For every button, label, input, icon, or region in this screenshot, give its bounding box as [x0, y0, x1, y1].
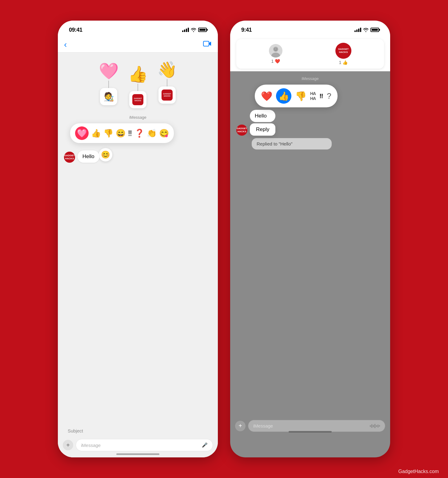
- svg-point-5: [276, 49, 277, 50]
- right-phone: 9:41: [230, 21, 390, 457]
- outer-container: 09:41: [6, 6, 442, 472]
- subject-input[interactable]: Subject: [63, 425, 213, 436]
- right-hello-bubble: Hello: [250, 110, 275, 122]
- wifi-icon: [191, 28, 196, 32]
- tapback-heart[interactable]: 🩷: [75, 126, 89, 140]
- wave-sticker: 👋 GADGETHACKS: [157, 60, 177, 108]
- tapback-container-right: ❤️ 👍 👎 HAHA ‼ ?: [230, 83, 390, 110]
- message-input-row-left: + iMessage 🎤: [63, 439, 213, 451]
- heart-count: 1 ❤️: [271, 59, 280, 64]
- right-input-area: + iMessage: [230, 420, 390, 432]
- tapback-haha[interactable]: 😄: [116, 129, 126, 138]
- mic-icon-left: 🎤: [202, 442, 208, 448]
- right-tapback-exclaim[interactable]: ‼: [319, 93, 323, 100]
- right-imessage-label: iMessage: [230, 71, 390, 83]
- svg-point-4: [274, 49, 275, 50]
- smiley-reaction: 😊: [99, 148, 112, 161]
- reaction-info-section: 1 ❤️ GADGETHACKS 1 👍: [230, 37, 390, 71]
- message-input-row-right: + iMessage: [235, 420, 385, 432]
- left-phone: 09:41: [58, 21, 218, 457]
- right-battery-icon: [370, 28, 379, 32]
- tapback-container-left: 🩷 👍 👎 😄 ‼️ ❓ 👏 😋: [58, 122, 218, 145]
- left-message-area: GADGETHACKS Hello 😊: [58, 145, 218, 166]
- right-tapback-thumbsup-active[interactable]: 👍: [276, 88, 291, 104]
- left-message-row: GADGETHACKS Hello 😊: [64, 148, 212, 163]
- right-message-area: GADGETHACKS Hello Reply: [230, 110, 390, 149]
- plus-button-left[interactable]: +: [63, 440, 73, 450]
- right-tapback-heart[interactable]: ❤️: [261, 91, 272, 102]
- plus-button-right[interactable]: +: [235, 421, 246, 431]
- thumbsup-sticker: 👍 GADGETHACKS: [128, 65, 148, 108]
- thumbsup-reaction-item: GADGETHACKS 1 👍: [335, 43, 351, 65]
- right-tapback-question[interactable]: ?: [327, 91, 331, 101]
- svg-rect-0: [203, 41, 209, 46]
- reaction-info-bar: 1 ❤️ GADGETHACKS 1 👍: [236, 39, 384, 69]
- tapback-thumbsup[interactable]: 👍: [91, 129, 101, 138]
- tapback-clap[interactable]: 👏: [147, 129, 157, 138]
- back-button[interactable]: ‹: [64, 40, 67, 50]
- right-status-bar: 9:41: [230, 21, 390, 37]
- tapback-yum[interactable]: 😋: [159, 129, 169, 138]
- right-tapback-thumbsdown[interactable]: 👎: [295, 91, 306, 102]
- replied-message: Replied to "Hello": [252, 138, 332, 149]
- right-tapback-haha[interactable]: HAHA: [310, 91, 316, 101]
- right-home-indicator: [289, 431, 332, 432]
- imessage-input-right[interactable]: iMessage: [248, 420, 385, 432]
- replied-message-container: Replied to "Hello": [252, 138, 384, 149]
- person-avatar: [269, 44, 282, 58]
- left-status-icons: [182, 28, 207, 32]
- left-chat-content: 🩷 🧑‍🎨 👍 GADGETHACKS 👋: [58, 53, 218, 457]
- heart-reaction-item: 1 ❤️: [269, 44, 282, 64]
- left-status-time: 09:41: [69, 27, 82, 33]
- left-imessage-label: iMessage: [58, 111, 218, 122]
- waveform-icon: [370, 424, 380, 428]
- reply-tooltip[interactable]: Reply: [250, 123, 275, 136]
- right-status-icons: [354, 28, 379, 32]
- watermark: GadgetHacks.com: [398, 469, 439, 474]
- hello-bubble: Hello: [78, 150, 99, 163]
- right-chat-body: iMessage ❤️ 👍 👎 HAHA ‼ ?: [230, 71, 390, 435]
- tapback-thumbsdown[interactable]: 👎: [103, 129, 113, 138]
- gadgethacks-logo-sticker2: GADGETHACKS: [162, 90, 173, 101]
- right-message-row: GADGETHACKS Hello Reply: [236, 110, 384, 136]
- left-home-indicator: [116, 453, 159, 455]
- right-signal-icon: [354, 28, 361, 32]
- gadgethacks-reaction-avatar: GADGETHACKS: [335, 43, 351, 59]
- tapback-question[interactable]: ❓: [134, 129, 144, 138]
- left-nav-bar: ‹: [58, 37, 218, 53]
- heart-sticker: 🩷 🧑‍🎨: [99, 62, 119, 108]
- floating-stickers: 🩷 🧑‍🎨 👍 GADGETHACKS 👋: [58, 59, 218, 111]
- tapback-bar-right: ❤️ 👍 👎 HAHA ‼ ?: [255, 85, 338, 107]
- phones-wrapper: 09:41: [12, 12, 436, 466]
- imessage-input-left[interactable]: iMessage 🎤: [76, 439, 213, 451]
- video-call-button[interactable]: [203, 41, 212, 48]
- battery-icon: [198, 28, 207, 32]
- tapback-exclaim[interactable]: ‼️: [128, 129, 132, 138]
- tapback-bar-left: 🩷 👍 👎 😄 ‼️ ❓ 👏 😋: [70, 123, 174, 143]
- left-status-bar: 09:41: [58, 21, 218, 37]
- svg-point-2: [273, 47, 278, 52]
- right-wifi-icon: [363, 28, 369, 32]
- left-avatar: GADGETHACKS: [64, 152, 75, 163]
- signal-icon: [182, 28, 189, 32]
- gadgethacks-logo-sticker1: GADGETHACKS: [132, 94, 143, 105]
- thumbsup-count: 1 👍: [339, 60, 348, 65]
- right-status-time: 9:41: [241, 27, 252, 33]
- right-avatar: GADGETHACKS: [236, 125, 247, 136]
- left-input-area: Subject + iMessage 🎤: [58, 425, 218, 451]
